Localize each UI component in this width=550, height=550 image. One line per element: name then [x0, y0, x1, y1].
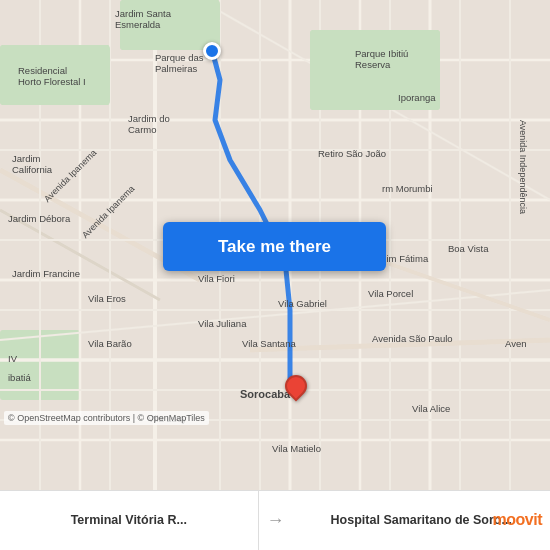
end-marker-pin: [280, 370, 311, 401]
osm-attribution: © OpenStreetMap contributors | © OpenMap…: [4, 411, 209, 425]
bottom-bar: Terminal Vitória R... → Hospital Samarit…: [0, 490, 550, 550]
svg-line-33: [250, 340, 550, 350]
moovit-logo-text: moovit: [493, 511, 542, 529]
take-me-there-button[interactable]: Take me there: [163, 222, 386, 271]
osm-attribution-text: © OpenStreetMap contributors | © OpenMap…: [8, 413, 205, 423]
origin-item[interactable]: Terminal Vitória R...: [0, 491, 259, 550]
take-me-there-label: Take me there: [218, 237, 331, 257]
park-area-horto: [0, 45, 110, 105]
destination-label: Hospital Samaritano de Soro...: [331, 512, 512, 528]
origin-label: Terminal Vitória R...: [71, 512, 187, 528]
start-marker: [203, 42, 221, 60]
svg-line-30: [0, 290, 550, 340]
arrow-icon: →: [267, 510, 285, 530]
park-area-ibitiu: [310, 30, 440, 110]
park-area-esmeralda: [120, 0, 220, 50]
moovit-logo: moovit: [493, 490, 550, 550]
end-marker: [285, 375, 307, 403]
map-container: Jardim SantaEsmeralda Parque dasPalmeira…: [0, 0, 550, 490]
route-arrow: →: [259, 510, 293, 531]
